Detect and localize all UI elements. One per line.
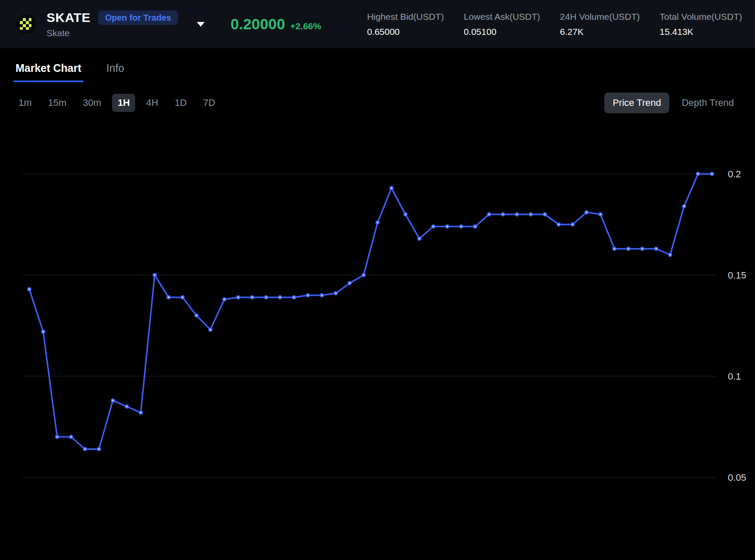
data-point-center [711,173,713,175]
data-point-center [419,238,420,239]
data-point-center [600,213,601,215]
data-point-center [683,205,685,207]
stat-lowest-ask: Lowest Ask(USDT) 0.05100 [464,12,540,37]
timeframe-1d[interactable]: 1D [169,94,192,112]
data-point-center [307,294,309,296]
data-point-center [279,297,281,298]
data-point-center [98,448,100,450]
timeframe-7d[interactable]: 7D [198,94,221,112]
price-trend-button[interactable]: Price Trend [604,93,669,113]
chart-tabs: Market Chart Info [0,48,755,82]
tab-market-chart[interactable]: Market Chart [16,62,81,82]
y-axis-tick-label: 0.05 [728,472,746,483]
stat-total-volume: Total Volume(USDT) 15.413K [660,12,742,37]
timeframe-1h[interactable]: 1H [112,94,135,112]
y-axis-tick-label: 0.1 [728,371,741,382]
data-point-center [404,213,406,215]
data-point-center [488,213,490,215]
data-point-center [474,226,476,227]
market-header: SKATE Open for Trades Skate 0.20000 +2.6… [0,0,755,48]
timeframe-4h[interactable]: 4H [140,94,164,112]
y-axis-tick-label: 0.2 [728,169,741,179]
data-point-center [209,329,211,331]
data-point-center [56,436,58,438]
data-point-center [224,298,225,300]
market-stats: Highest Bid(USDT) 0.65000 Lowest Ask(USD… [367,12,742,37]
data-point-center [432,226,434,227]
data-point-center [126,405,127,407]
data-point-center [140,412,142,414]
chart-toolbar: 1m 15m 30m 1H 4H 1D 7D Price Trend Depth… [0,82,755,113]
data-point-center [460,226,462,227]
data-point-center [530,213,531,215]
data-point-center [251,297,253,298]
data-point-center [502,213,504,215]
data-point-center [613,248,615,250]
data-point-center [641,248,643,250]
data-point-center [196,315,197,316]
depth-trend-button[interactable]: Depth Trend [674,93,742,113]
token-logo-icon [15,13,37,35]
token-symbol: SKATE [47,10,90,25]
data-point-center [168,297,169,298]
data-point-center [42,331,44,333]
timeframe-selector: 1m 15m 30m 1H 4H 1D 7D [13,94,221,112]
data-point-center [516,213,518,215]
data-point-center [70,436,72,438]
data-point-center [28,288,30,290]
price-change-percent: +2.66% [290,21,321,31]
data-point-center [154,274,155,276]
data-point-center [697,173,699,175]
data-point-center [293,297,295,298]
timeframe-15m[interactable]: 15m [43,94,72,112]
data-point-center [363,274,364,276]
data-point-center [112,399,114,401]
data-point-center [237,297,239,298]
timeframe-1m[interactable]: 1m [13,94,37,112]
data-point-center [349,282,351,284]
data-point-center [558,223,559,225]
y-axis-tick-label: 0.15 [728,270,746,281]
data-point-center [669,254,671,256]
trend-toggle: Price Trend Depth Trend [604,93,742,113]
data-point-center [182,297,183,298]
timeframe-30m[interactable]: 30m [77,94,107,112]
data-point-center [572,223,573,225]
data-point-center [586,211,587,213]
data-point-center [84,448,86,450]
price-line [29,174,712,449]
data-point-center [544,213,546,215]
data-point-center [391,187,392,189]
chevron-down-icon[interactable] [197,22,205,27]
data-point-center [628,248,629,250]
tab-info[interactable]: Info [106,62,124,82]
data-point-center [265,297,267,298]
data-point-center [377,222,379,223]
token-name: Skate [47,28,178,38]
data-point-center [446,226,448,227]
stat-24h-volume: 24H Volume(USDT) 6.27K [560,12,640,37]
data-point-center [335,292,337,294]
stat-highest-bid: Highest Bid(USDT) 0.65000 [367,12,444,37]
last-price: 0.20000 [230,15,285,33]
data-point-center [656,248,657,250]
open-for-trades-badge: Open for Trades [98,10,178,25]
data-point-center [321,294,323,296]
